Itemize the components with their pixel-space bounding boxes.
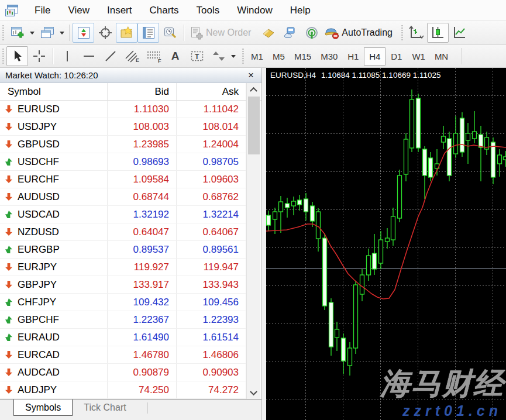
chart-bars-button[interactable] xyxy=(405,23,427,43)
timeframe-M1[interactable]: M1 xyxy=(246,47,268,66)
horizontal-line-tool-button[interactable] xyxy=(78,46,99,66)
column-header-ask[interactable]: Ask xyxy=(177,83,246,100)
market-watch-titlebar[interactable]: Market Watch: 10:26:20 × xyxy=(0,68,261,83)
bid-value: 0.89537 xyxy=(108,241,177,258)
column-header-symbol[interactable]: Symbol xyxy=(0,83,108,100)
timeframe-M15[interactable]: M15 xyxy=(290,47,316,66)
timeframe-M5[interactable]: M5 xyxy=(268,47,290,66)
market-watch-toggle-button[interactable] xyxy=(73,23,94,43)
watermark-url: zzrt01.cn xyxy=(402,402,502,419)
symbol-cell: EURGBP xyxy=(0,241,108,258)
timeframe-H1[interactable]: H1 xyxy=(342,47,364,66)
vertical-line-tool-button[interactable] xyxy=(56,46,78,66)
new-chart-dropdown[interactable] xyxy=(28,23,36,43)
market-watch-row[interactable]: GBPCHF1.223671.22393 xyxy=(0,311,246,329)
scrollbar-thumb[interactable] xyxy=(248,97,260,154)
market-watch-row[interactable]: EURGBP0.895370.89561 xyxy=(0,241,246,259)
chart-title: EURUSD,H4 1.10684 1.11085 1.10669 1.1102… xyxy=(270,71,440,80)
close-icon[interactable]: × xyxy=(246,70,256,80)
trendline-tool-button[interactable] xyxy=(99,46,121,66)
menu-insert[interactable]: Insert xyxy=(98,5,141,16)
symbol-label: EURCHF xyxy=(18,174,59,185)
metaeditor-button[interactable] xyxy=(257,23,279,43)
timeframe-H4[interactable]: H4 xyxy=(364,47,385,66)
market-watch-row[interactable]: EURCHF1.095841.09603 xyxy=(0,171,246,188)
chart-panel[interactable]: EURUSD,H4 1.10684 1.11085 1.10669 1.1102… xyxy=(266,68,506,420)
chart-candles-button[interactable] xyxy=(427,23,449,43)
market-watch-row[interactable]: USDJPY108.003108.014 xyxy=(0,118,246,136)
candlestick-chart-icon xyxy=(430,25,445,40)
line-chart-icon xyxy=(452,25,467,40)
bid-value: 108.003 xyxy=(108,118,177,135)
market-watch-scrollbar[interactable] xyxy=(246,83,260,399)
symbol-label: EURCAD xyxy=(18,349,60,361)
market-watch-row[interactable]: USDCHF0.986930.98705 xyxy=(0,153,246,171)
market-watch-row[interactable]: EURJPY119.927119.947 xyxy=(0,259,246,276)
navigator-toggle-button[interactable] xyxy=(116,23,137,43)
channel-tool-button[interactable]: E xyxy=(121,46,143,66)
scroll-down-button[interactable] xyxy=(247,387,260,399)
market-watch-title: Market Watch: 10:26:20 xyxy=(5,70,98,80)
signals-button[interactable] xyxy=(301,23,322,43)
toolbar-grip[interactable] xyxy=(241,47,245,65)
cursor-tool-button[interactable] xyxy=(6,46,28,66)
arrows-tool-button[interactable] xyxy=(208,46,229,66)
toolbar-grip[interactable] xyxy=(1,47,5,65)
text-tool-button[interactable]: A xyxy=(164,46,186,66)
arrows-tool-dropdown[interactable] xyxy=(229,46,237,66)
menu-window[interactable]: Window xyxy=(228,5,281,16)
market-watch-row[interactable]: GBPUSD1.239851.24004 xyxy=(0,136,246,153)
timeframe-W1[interactable]: W1 xyxy=(407,47,430,66)
profiles-button[interactable] xyxy=(36,23,58,43)
autotrading-button[interactable]: AutoTrading xyxy=(322,23,399,43)
profiles-dropdown[interactable] xyxy=(58,23,66,43)
text-icon: A xyxy=(171,50,180,63)
menu-view[interactable]: View xyxy=(59,5,98,16)
symbol-label: EURGBP xyxy=(18,244,60,256)
market-watch-row[interactable]: EURUSD1.110301.11042 xyxy=(0,101,246,118)
menu-help[interactable]: Help xyxy=(281,5,319,16)
bid-value: 1.09584 xyxy=(108,171,177,188)
menu-file[interactable]: File xyxy=(26,5,59,16)
market-watch-row[interactable]: AUDCAD0.908790.90903 xyxy=(0,364,246,381)
price-down-icon xyxy=(5,175,12,183)
fibonacci-tool-button[interactable]: F xyxy=(143,46,164,66)
market-watch-row[interactable]: AUDUSD0.687440.68762 xyxy=(0,188,246,206)
crosshair-tool-button[interactable] xyxy=(28,46,50,66)
bid-value: 0.90879 xyxy=(108,364,177,381)
equidistant-channel-icon: E xyxy=(124,49,140,63)
chevron-down-icon xyxy=(231,55,236,58)
timeframe-D1[interactable]: D1 xyxy=(385,47,407,66)
menu-tools[interactable]: Tools xyxy=(188,5,229,16)
tab-symbols[interactable]: Symbols xyxy=(13,400,73,416)
new-chart-button[interactable] xyxy=(6,23,28,43)
data-window-button[interactable] xyxy=(94,23,116,43)
strategy-tester-button[interactable] xyxy=(159,23,181,43)
toolbar-grip[interactable] xyxy=(1,24,5,42)
timeframe-M30[interactable]: M30 xyxy=(316,47,342,66)
menu-charts[interactable]: Charts xyxy=(140,5,187,16)
bar-chart-icon xyxy=(408,25,424,40)
symbol-cell: EURAUD xyxy=(0,329,108,346)
terminal-toggle-button[interactable] xyxy=(137,23,159,43)
chart-line-button[interactable] xyxy=(449,23,470,43)
market-watch-row[interactable]: GBPJPY133.917133.943 xyxy=(0,276,246,294)
market-watch-row[interactable]: EURAUD1.614901.61514 xyxy=(0,329,246,346)
market-watch-row[interactable]: CHFJPY109.432109.456 xyxy=(0,294,246,311)
market-watch-row[interactable]: AUDJPY74.25074.272 xyxy=(0,381,246,399)
market-watch-row[interactable]: EURCAD1.467801.46806 xyxy=(0,346,246,364)
community-button[interactable] xyxy=(279,23,301,43)
text-label-tool-button[interactable]: T xyxy=(186,46,208,66)
bid-value: 1.22367 xyxy=(108,311,177,328)
chevron-down-icon xyxy=(30,32,35,35)
new-order-button[interactable]: New Order xyxy=(187,23,257,43)
timeframe-MN[interactable]: MN xyxy=(430,47,453,66)
ask-value: 0.64067 xyxy=(177,223,246,240)
scroll-up-button[interactable] xyxy=(247,83,260,95)
tab-tick-chart[interactable]: Tick Chart xyxy=(73,400,137,416)
symbol-label: GBPJPY xyxy=(18,279,57,291)
market-watch-row[interactable]: USDCAD1.321921.32214 xyxy=(0,206,246,223)
column-header-bid[interactable]: Bid xyxy=(108,83,177,100)
market-watch-row[interactable]: NZDUSD0.640470.64067 xyxy=(0,223,246,241)
toolbar-grip[interactable] xyxy=(400,24,404,42)
